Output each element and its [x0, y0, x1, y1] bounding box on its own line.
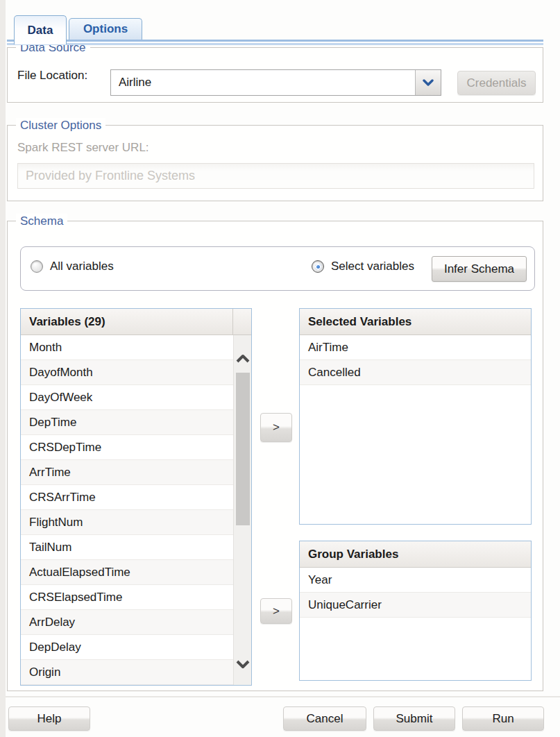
footer-divider	[6, 696, 560, 697]
group-variables-title: Group Variables	[308, 548, 398, 561]
selected-variables-header: Selected Variables	[300, 309, 531, 335]
variable-list-item[interactable]: Origin	[21, 660, 233, 685]
selected-variables-panel: Selected Variables AirTimeCancelled	[299, 308, 532, 525]
move-to-group-button[interactable]: >	[260, 598, 292, 624]
header-divider	[232, 309, 233, 335]
radio-all-variables[interactable]: All variables	[31, 260, 114, 273]
variable-list-item[interactable]: ArrDelay	[21, 610, 233, 635]
infer-schema-button[interactable]: Infer Schema	[432, 256, 527, 282]
variable-list-item[interactable]: CRSElapsedTime	[21, 585, 233, 610]
variable-list-item[interactable]: ArrTime	[21, 460, 233, 485]
chevron-up-icon[interactable]	[235, 353, 251, 364]
variable-list-item[interactable]: DayofMonth	[21, 360, 233, 385]
radio-select-variables[interactable]: Select variables	[312, 260, 414, 273]
variable-list-item[interactable]: DayOfWeek	[21, 385, 233, 410]
selected-variable-item[interactable]: AirTime	[300, 335, 531, 360]
scrollbar-thumb[interactable]	[236, 373, 250, 525]
spark-url-input[interactable]	[17, 163, 534, 189]
radio-all-variables-label: All variables	[50, 260, 114, 273]
data-source-section: Data Source File Location: Airline Crede…	[7, 47, 543, 103]
cancel-button[interactable]: Cancel	[283, 706, 366, 731]
variable-list-item[interactable]: DepTime	[21, 410, 233, 435]
group-variables-panel: Group Variables YearUniqueCarrier	[299, 541, 532, 681]
variable-list-item[interactable]: TailNum	[21, 535, 233, 560]
selected-variable-item[interactable]: Cancelled	[300, 360, 531, 385]
selected-variables-list: AirTimeCancelled	[300, 335, 531, 524]
schema-legend: Schema	[16, 214, 67, 228]
group-variable-item[interactable]: Year	[300, 568, 531, 593]
variables-panel: Variables (29) MonthDayofMonthDayOfWeekD…	[20, 308, 252, 686]
schema-section: Schema All variables Select variables In…	[7, 221, 543, 691]
chevron-down-icon[interactable]	[415, 70, 441, 95]
help-button[interactable]: Help	[8, 706, 90, 731]
tab-data-label: Data	[28, 24, 53, 37]
variables-scrollbar[interactable]	[233, 335, 251, 685]
radio-circle-icon	[31, 260, 43, 273]
variable-list-item[interactable]: Month	[21, 335, 233, 360]
file-location-dropdown[interactable]: Airline	[110, 69, 441, 96]
window-edge	[0, 0, 6, 737]
run-button[interactable]: Run	[462, 706, 544, 731]
spark-url-label: Spark REST server URL:	[17, 141, 149, 155]
variable-list-item[interactable]: ActualElapsedTime	[21, 560, 233, 585]
tab-options-label: Options	[83, 22, 128, 36]
variables-list: MonthDayofMonthDayOfWeekDepTimeCRSDepTim…	[21, 335, 233, 685]
variable-list-item[interactable]: CRSArrTime	[21, 485, 233, 510]
cluster-options-section: Cluster Options Spark REST server URL:	[7, 125, 543, 201]
variable-list-item[interactable]: DepDelay	[21, 635, 233, 660]
group-variables-header: Group Variables	[300, 541, 531, 568]
chevron-down-icon[interactable]	[235, 659, 251, 670]
variables-panel-title: Variables (29)	[29, 315, 105, 329]
data-configuration-dialog: Data Options Data Source File Location: …	[0, 0, 560, 737]
variables-panel-header: Variables (29)	[21, 309, 251, 335]
tab-data[interactable]: Data	[14, 15, 67, 44]
radio-select-variables-label: Select variables	[331, 260, 414, 273]
group-variable-item[interactable]: UniqueCarrier	[300, 593, 531, 618]
submit-button[interactable]: Submit	[373, 706, 455, 731]
variable-list-item[interactable]: CRSDepTime	[21, 435, 233, 460]
tab-options[interactable]: Options	[69, 18, 142, 40]
cluster-options-legend: Cluster Options	[16, 118, 105, 133]
variable-list-item[interactable]: FlightNum	[21, 510, 233, 535]
file-location-value: Airline	[111, 76, 415, 90]
tab-strip	[7, 40, 543, 45]
radio-circle-icon	[312, 260, 324, 273]
group-variables-list: YearUniqueCarrier	[300, 568, 531, 680]
selected-variables-title: Selected Variables	[308, 315, 411, 329]
file-location-label: File Location:	[17, 69, 87, 83]
credentials-button[interactable]: Credentials	[457, 71, 536, 95]
move-to-selected-button[interactable]: >	[260, 413, 292, 442]
variables-mode-group: All variables Select variables Infer Sch…	[20, 246, 535, 291]
